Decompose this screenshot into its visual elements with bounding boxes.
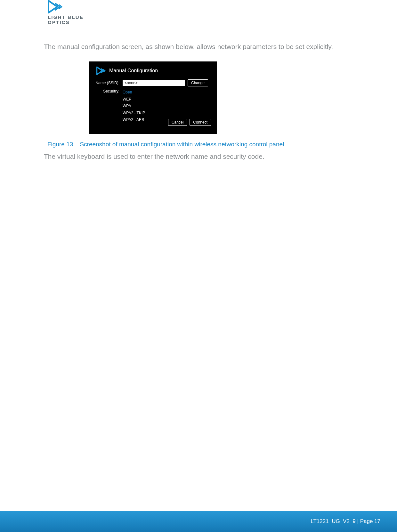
followup-paragraph: The virtual keyboard is used to enter th… [44, 152, 354, 161]
ssid-row: Name (SSID): <none> Change [94, 79, 211, 86]
brand-wordmark: LIGHT BLUE OPTICS [48, 15, 84, 25]
page-footer: LT1221_UG_V2_9 | Page 17 [0, 511, 397, 532]
security-option[interactable]: WPA2 - TKIP [123, 110, 145, 117]
document-page: LIGHT BLUE OPTICS The manual configurati… [0, 0, 397, 532]
ssid-input[interactable]: <none> [123, 80, 185, 86]
change-button[interactable]: Change [188, 79, 208, 86]
brand-line-1: LIGHT BLUE [48, 15, 84, 20]
play-chevron-icon [96, 67, 106, 75]
security-label: Securitry: [94, 89, 123, 93]
brand-logo: LIGHT BLUE OPTICS [48, 0, 84, 25]
panel-header: Manual Configuration [89, 61, 217, 79]
brand-line-2: OPTICS [48, 20, 84, 25]
intro-paragraph: The manual configuration screen, as show… [44, 42, 354, 51]
security-option[interactable]: WPA2 - AES [123, 117, 145, 124]
security-option[interactable]: WPA [123, 103, 145, 110]
connect-button[interactable]: Connect [190, 119, 211, 126]
security-option[interactable]: Open [123, 89, 145, 96]
cancel-button[interactable]: Cancel [168, 119, 187, 126]
ssid-label: Name (SSID): [94, 81, 123, 85]
footer-text: LT1221_UG_V2_9 | Page 17 [311, 518, 380, 525]
security-options: Open WEP WPA WPA2 - TKIP WPA2 - AES [123, 89, 145, 124]
panel-title: Manual Configuration [109, 68, 158, 74]
security-option[interactable]: WEP [123, 96, 145, 103]
security-row: Securitry: Open WEP WPA WPA2 - TKIP WPA2… [94, 89, 211, 124]
play-chevron-icon [48, 0, 63, 13]
panel-form: Name (SSID): <none> Change Securitry: Op… [89, 79, 217, 124]
manual-config-panel: Manual Configuration Name (SSID): <none>… [89, 61, 217, 134]
panel-actions: Cancel Connect [168, 119, 211, 126]
figure-caption: Figure 13 – Screenshot of manual configu… [47, 141, 355, 148]
